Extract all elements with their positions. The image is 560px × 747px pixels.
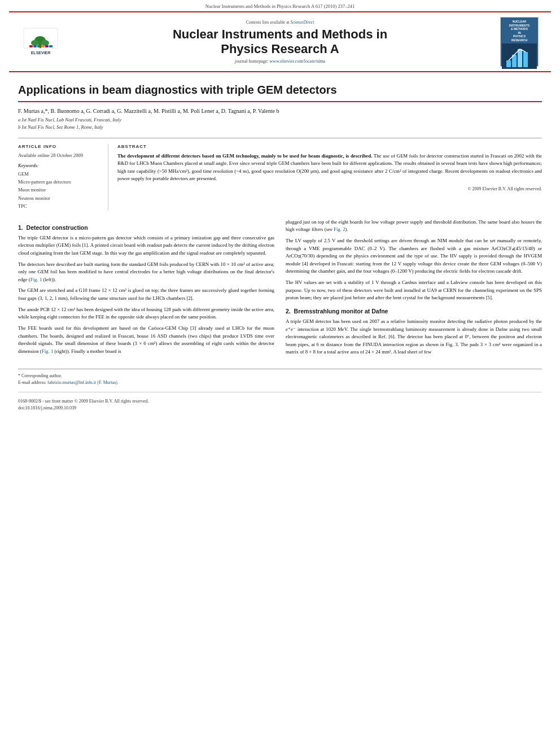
copyright-line: © 2009 Elsevier B.V. All rights reserved…	[117, 186, 542, 191]
journal-header-center: Contents lists available at ScienceDirec…	[63, 20, 497, 64]
svg-rect-15	[523, 52, 528, 67]
available-online: Available online 28 October 2009	[18, 152, 101, 158]
authors: F. Murtas a,*, B. Buonomo a, G. Corradi …	[18, 108, 542, 114]
affiliation-a: a Ist Nazl Fis Nucl, Lab Nazl Frascati, …	[18, 116, 542, 124]
info-abstract-section: ARTICLE INFO Available online 28 October…	[18, 138, 542, 211]
abstract-section: ABSTRACT The development of different de…	[117, 144, 542, 211]
top-bar: Nuclear Instruments and Methods in Physi…	[0, 0, 560, 11]
keywords-label: Keywords:	[18, 163, 101, 168]
affiliation-b: b Ist Nazl Fis Nucl, Sez Rome 1, Rome, I…	[18, 124, 542, 131]
cover-chart-svg	[505, 43, 533, 69]
svg-rect-12	[506, 60, 511, 67]
page-wrapper: Nuclear Instruments and Methods in Physi…	[0, 0, 560, 418]
body-para-2: The detectors here described are built s…	[18, 261, 274, 284]
journal-homepage: journal homepage: www.elsevier.com/locat…	[69, 59, 491, 64]
right-para-2: The LV supply of 2.5 V and the threshold…	[286, 237, 542, 276]
right-para-3: The HV values are set with a stability o…	[286, 279, 542, 302]
svg-point-3	[31, 40, 39, 46]
footnote-divider	[18, 392, 542, 392]
footnote-section: * Corresponding author. E-mail address: …	[18, 369, 542, 412]
svg-rect-5	[29, 45, 33, 47]
keyword-muon: Muon monitor	[18, 186, 101, 194]
right-para-4: A triple GEM detector has been used on 2…	[286, 318, 542, 356]
keyword-micropattern: Micro-pattern gas detectors	[18, 178, 101, 186]
keyword-tpc: TPC	[18, 202, 101, 210]
body-right-column: plugged just on top of the eight boards …	[286, 219, 542, 360]
svg-point-4	[41, 40, 49, 46]
svg-rect-14	[518, 49, 522, 67]
body-para-1: The triple GEM detector is a micro-patte…	[18, 234, 274, 257]
svg-text:ELSEVIER: ELSEVIER	[31, 51, 51, 55]
sciencedirect-link[interactable]: ScienceDirect	[290, 20, 314, 25]
article-title: Applications in beam diagnostics with tr…	[18, 84, 542, 102]
section2-heading: 2. Bremsstrahlung monitor at Dafne	[286, 308, 542, 314]
article-info-panel: ARTICLE INFO Available online 28 October…	[18, 144, 108, 211]
journal-title: Nuclear Instruments and Methods in Physi…	[69, 27, 491, 57]
email-note: E-mail address: fabrizio.murtas@lnf.infn…	[18, 379, 542, 386]
body-left-column: 1. Detector construction The triple GEM …	[18, 219, 274, 360]
body-para-4: The anode PCB 12 × 12 cm² has been desig…	[18, 306, 274, 321]
journal-homepage-link[interactable]: www.elsevier.com/locate/nima	[270, 59, 326, 64]
journal-cover-image: NUCLEAR INSTRUMENTS & METHODS IN PHYSICS…	[500, 17, 539, 67]
abstract-label: ABSTRACT	[117, 144, 542, 149]
affiliations: a Ist Nazl Fis Nucl, Lab Nazl Frascati, …	[18, 116, 542, 131]
elsevier-logo-svg: ELSEVIER	[21, 27, 60, 56]
svg-rect-6	[33, 45, 37, 47]
sciencedirect-line: Contents lists available at ScienceDirec…	[69, 20, 491, 25]
section1-heading: 1. Detector construction	[18, 224, 274, 231]
keyword-gem: GEM	[18, 170, 101, 178]
body-columns: 1. Detector construction The triple GEM …	[18, 219, 542, 360]
article-info-label: ARTICLE INFO	[18, 144, 101, 149]
svg-rect-7	[37, 45, 41, 47]
main-content: Applications in beam diagnostics with tr…	[0, 72, 560, 418]
elsevier-logo-area: ELSEVIER	[18, 27, 63, 56]
issn-text: 0168-9002/$ - see front matter © 2009 El…	[18, 398, 542, 405]
body-para-5: The FEE boards used for this development…	[18, 325, 274, 356]
journal-header: ELSEVIER Contents lists available at Sci…	[9, 11, 551, 72]
svg-rect-8	[41, 45, 45, 47]
journal-cover-area: NUCLEAR INSTRUMENTS & METHODS IN PHYSICS…	[497, 17, 542, 67]
right-para-1: plugged just on top of the eight boards …	[286, 219, 542, 234]
corresponding-author-note: * Corresponding author.	[18, 373, 542, 379]
keywords-list: GEM Micro-pattern gas detectors Muon mon…	[18, 170, 101, 211]
email-link[interactable]: fabrizio.murtas@lnf.infn.it (F. Murtas).	[47, 380, 119, 385]
svg-rect-9	[45, 45, 49, 47]
abstract-text: The development of different detectors b…	[117, 152, 542, 184]
journal-reference: Nuclear Instruments and Methods in Physi…	[205, 3, 355, 9]
body-para-3: The GEM are stretched and a G10 frame 12…	[18, 287, 274, 302]
doi-text: doi:10.1016/j.nima.2009.10.039	[18, 405, 542, 412]
keyword-neutron: Neutron monitor	[18, 194, 101, 202]
svg-rect-10	[49, 45, 53, 47]
